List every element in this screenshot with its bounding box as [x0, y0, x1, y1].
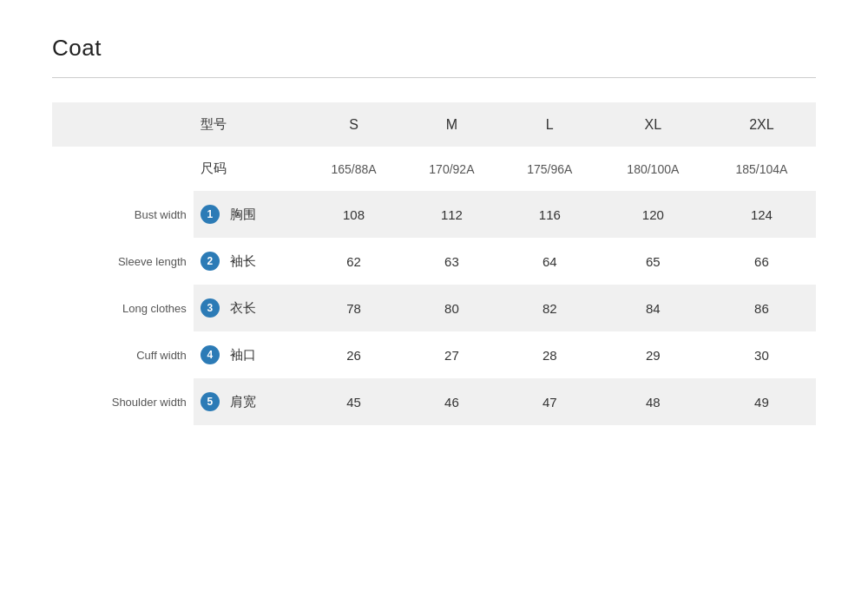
data-row: Bust width1胸围108112116120124 — [52, 191, 816, 238]
size-val-xl: 180/100A — [599, 147, 707, 191]
size-header-m: M — [403, 102, 501, 147]
row-zh-text: 袖长 — [230, 253, 256, 270]
data-cell: 124 — [707, 191, 816, 238]
row-zh-label: 5肩宽 — [194, 378, 305, 425]
data-cell: 49 — [707, 378, 816, 425]
data-cell: 46 — [403, 378, 501, 425]
size-val-m: 170/92A — [403, 147, 501, 191]
row-zh-label: 2袖长 — [194, 238, 305, 285]
row-badge: 3 — [201, 298, 220, 318]
model-label: 型号 — [194, 102, 305, 147]
data-row: Shoulder width5肩宽4546474849 — [52, 378, 816, 425]
row-zh-text: 胸围 — [230, 206, 256, 223]
data-cell: 84 — [599, 285, 707, 331]
data-cell: 62 — [305, 238, 403, 285]
data-cell: 82 — [501, 285, 599, 331]
data-cell: 108 — [305, 191, 403, 238]
size-val-2xl: 185/104A — [707, 147, 816, 191]
data-cell: 112 — [403, 191, 501, 238]
size-row: 尺码 165/88A 170/92A 175/96A 180/100A 185/… — [52, 147, 816, 191]
row-badge: 2 — [201, 252, 220, 271]
main-container: Coat 型号 S M L XL 2XL 尺码 165/88A 170/92A … — [52, 35, 816, 425]
row-zh-text: 袖口 — [230, 347, 256, 364]
data-cell: 63 — [403, 238, 501, 285]
row-en-label: Bust width — [52, 191, 194, 238]
row-badge: 4 — [201, 345, 220, 364]
row-zh-label: 4袖口 — [194, 331, 305, 378]
data-cell: 45 — [305, 378, 403, 425]
row-en-label: Shoulder width — [52, 378, 194, 425]
divider — [52, 77, 816, 78]
data-cell: 48 — [599, 378, 707, 425]
data-row: Cuff width4袖口2627282930 — [52, 331, 816, 378]
data-cell: 66 — [707, 238, 816, 285]
row-zh-label: 1胸围 — [194, 191, 305, 238]
row-zh-text: 衣长 — [230, 300, 256, 317]
data-row: Long clothes3衣长7880828486 — [52, 285, 816, 331]
data-cell: 64 — [501, 238, 599, 285]
data-cell: 28 — [501, 331, 599, 378]
data-cell: 27 — [403, 331, 501, 378]
row-en-label: Long clothes — [52, 285, 194, 331]
data-cell: 47 — [501, 378, 599, 425]
row-zh-label: 3衣长 — [194, 285, 305, 331]
row-zh-text: 肩宽 — [230, 394, 256, 410]
data-row: Sleeve length2袖长6263646566 — [52, 238, 816, 285]
data-cell: 65 — [599, 238, 707, 285]
empty-label-cell — [52, 102, 194, 147]
size-header-l: L — [501, 102, 599, 147]
empty-cell — [52, 147, 194, 191]
size-header-s: S — [305, 102, 403, 147]
size-val-l: 175/96A — [501, 147, 599, 191]
data-cell: 78 — [305, 285, 403, 331]
size-val-s: 165/88A — [305, 147, 403, 191]
row-en-label: Sleeve length — [52, 238, 194, 285]
header-row: 型号 S M L XL 2XL — [52, 102, 816, 147]
size-header-2xl: 2XL — [707, 102, 816, 147]
data-cell: 120 — [599, 191, 707, 238]
data-cell: 29 — [599, 331, 707, 378]
row-en-label: Cuff width — [52, 331, 194, 378]
row-badge: 5 — [201, 392, 220, 411]
data-cell: 116 — [501, 191, 599, 238]
data-cell: 26 — [305, 331, 403, 378]
size-label: 尺码 — [194, 147, 305, 191]
size-header-xl: XL — [599, 102, 707, 147]
data-cell: 30 — [707, 331, 816, 378]
page-title: Coat — [52, 35, 816, 62]
row-badge: 1 — [201, 205, 220, 224]
data-cell: 86 — [707, 285, 816, 331]
size-table: 型号 S M L XL 2XL 尺码 165/88A 170/92A 175/9… — [52, 102, 816, 425]
data-cell: 80 — [403, 285, 501, 331]
